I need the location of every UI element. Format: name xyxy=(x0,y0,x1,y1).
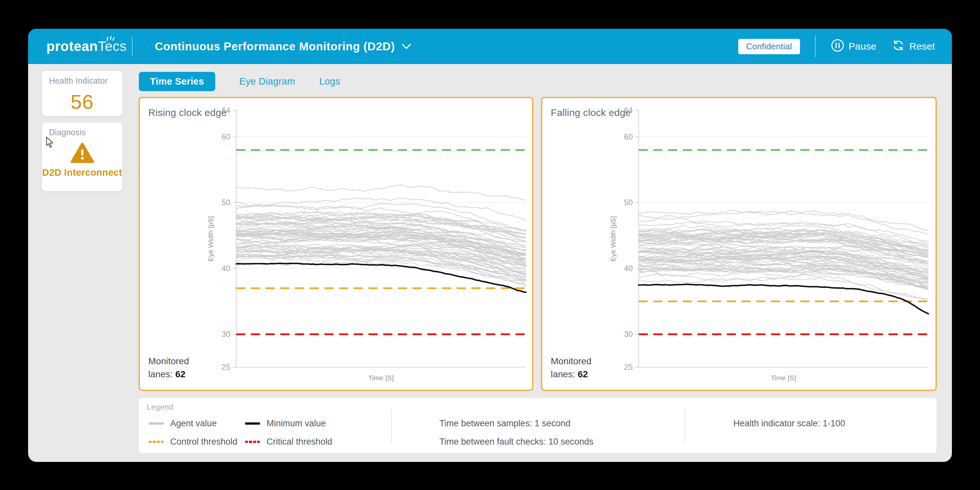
tab-logs[interactable]: Logs xyxy=(320,76,340,87)
svg-text:60: 60 xyxy=(624,132,633,141)
legend-item-critical-threshold: Critical threshold xyxy=(245,437,332,447)
monitored-lanes-note: Monitored lanes: 62 xyxy=(148,355,207,381)
tab-time-series[interactable]: Time Series xyxy=(139,72,215,91)
legend-item-label: Control threshold xyxy=(170,437,237,447)
fault-checks-interval-note: Time between fault checks: 10 seconds xyxy=(439,437,593,447)
app-window: proteanTecs Continuous Performance Monit… xyxy=(28,29,952,462)
critical-threshold-swatch xyxy=(245,441,260,443)
header-divider xyxy=(815,36,816,57)
samples-interval-note: Time between samples: 1 second xyxy=(439,418,570,429)
top-bar: proteanTecs Continuous Performance Monit… xyxy=(28,29,952,64)
pause-label: Pause xyxy=(849,41,877,52)
falling-clock-edge-chart: 646050403025Eye Width [pS]Time [S] xyxy=(608,102,931,386)
minimum-value-swatch xyxy=(245,422,260,425)
health-scale-note: Health indicator scale: 1-100 xyxy=(733,418,845,429)
svg-text:50: 50 xyxy=(221,198,230,207)
legend-item-label: Critical threshold xyxy=(267,437,332,447)
rising-clock-edge-panel: Rising clock edge 646050403025Eye Width … xyxy=(139,97,533,391)
svg-text:25: 25 xyxy=(221,363,230,371)
falling-clock-edge-panel: Falling clock edge 646050403025Eye Width… xyxy=(541,97,937,391)
screen-background: proteanTecs Continuous Performance Monit… xyxy=(0,0,980,490)
legend-item-minimum-value: Minimum value xyxy=(245,418,326,429)
monitored-lanes-value: 62 xyxy=(175,369,186,379)
reset-icon xyxy=(891,38,905,54)
diagnosis-title: D2D Interconnect xyxy=(42,167,123,178)
svg-text:Eye Width [pS]: Eye Width [pS] xyxy=(207,216,214,262)
svg-text:Eye Width [pS]: Eye Width [pS] xyxy=(609,216,617,262)
confidential-badge: Confidential xyxy=(738,39,800,54)
pause-button[interactable]: Pause xyxy=(831,38,877,54)
svg-text:30: 30 xyxy=(221,329,230,339)
health-indicator-value: 56 xyxy=(42,90,123,113)
control-threshold-swatch xyxy=(149,441,164,443)
warning-triangle-icon xyxy=(70,142,94,165)
view-tabs: Time Series Eye Diagram Logs xyxy=(139,72,340,91)
svg-text:Time [S]: Time [S] xyxy=(771,374,796,382)
diagnosis-label: Diagnosis xyxy=(42,123,123,137)
mouse-cursor xyxy=(45,137,55,150)
legend-panel: Legend Agent value Minimum value Control… xyxy=(139,398,937,453)
monitored-lanes-note: Monitored lanes: 62 xyxy=(551,355,609,381)
proteantecs-logo: proteanTecs xyxy=(46,38,127,54)
reset-button[interactable]: Reset xyxy=(891,38,935,54)
header-actions: Confidential Pause xyxy=(738,29,935,64)
page-title: Continuous Performance Monitoring (D2D) xyxy=(155,40,395,53)
legend-divider xyxy=(391,408,392,443)
legend-item-label: Agent value xyxy=(170,418,217,429)
svg-text:64: 64 xyxy=(221,106,230,115)
pause-icon xyxy=(831,38,845,54)
brand-bold: protean xyxy=(46,38,98,54)
reset-label: Reset xyxy=(910,41,935,52)
legend-title: Legend xyxy=(147,402,173,412)
svg-text:60: 60 xyxy=(221,132,230,141)
logo-spark-icon xyxy=(104,31,118,47)
health-indicator-card: Health Indicator 56 xyxy=(42,71,123,116)
svg-text:40: 40 xyxy=(221,264,230,273)
diagnosis-card[interactable]: Diagnosis D2D Interconnect xyxy=(42,123,123,191)
health-indicator-label: Health Indicator xyxy=(42,71,123,86)
agent-value-swatch xyxy=(149,422,164,425)
svg-text:50: 50 xyxy=(624,198,633,207)
rising-clock-edge-chart: 646050403025Eye Width [pS]Time [S] xyxy=(205,102,528,386)
header-divider xyxy=(132,37,133,56)
svg-text:40: 40 xyxy=(624,264,633,273)
title-dropdown[interactable]: Continuous Performance Monitoring (D2D) xyxy=(155,40,411,53)
chevron-down-icon[interactable] xyxy=(401,43,411,51)
tab-eye-diagram[interactable]: Eye Diagram xyxy=(239,76,295,87)
legend-item-agent-value: Agent value xyxy=(149,418,217,429)
monitored-lanes-value: 62 xyxy=(578,369,588,379)
legend-divider xyxy=(684,408,685,443)
legend-item-label: Minimum value xyxy=(267,418,326,429)
svg-text:64: 64 xyxy=(624,106,633,115)
svg-text:30: 30 xyxy=(624,329,633,339)
svg-text:Time [S]: Time [S] xyxy=(369,374,394,382)
svg-text:25: 25 xyxy=(624,363,633,371)
legend-item-control-threshold: Control threshold xyxy=(149,437,237,447)
